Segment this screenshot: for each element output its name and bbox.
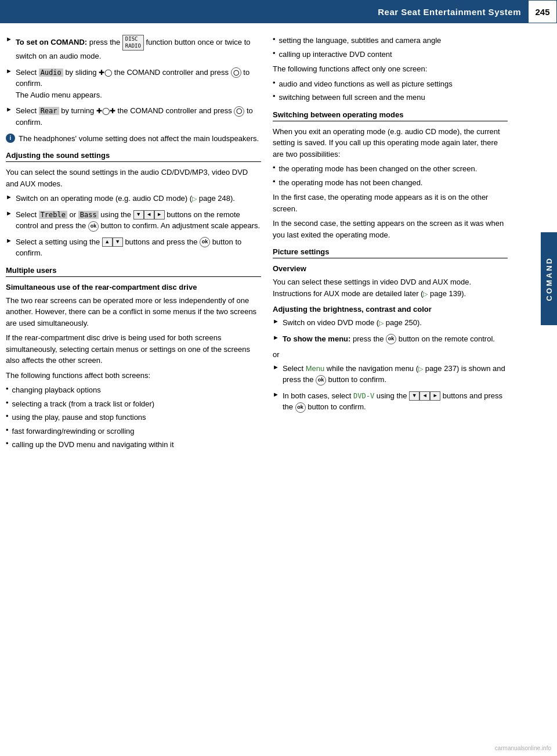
arrow-icon: ► — [6, 193, 12, 200]
left-column: ► To set on COMAND: press the DISCRADIO … — [6, 35, 261, 453]
ref-arrow: ▷ — [423, 290, 428, 297]
bold-label: To show the menu: — [283, 334, 350, 343]
list-item: • audio and video functions as well as p… — [273, 78, 508, 90]
arrow-icon: ► — [6, 237, 12, 244]
ok-button-icon: ok — [295, 402, 306, 413]
list-item: ► Select Rear by turning ✚◯✚ the COMAND … — [6, 105, 261, 128]
list-item: • calling up the DVD menu and navigating… — [6, 439, 261, 451]
switching-para2: In the first case, the operating mode ap… — [273, 192, 508, 214]
arrow-icon: ► — [273, 318, 279, 325]
list-item: ► In both cases, select DVD-V using the … — [273, 390, 508, 413]
comand-side-tab: COMAND — [541, 232, 557, 325]
bullet-dot: • — [273, 163, 276, 172]
item-text: the operating mode has been changed on t… — [279, 163, 508, 175]
section-adjusting-heading: Adjusting the sound settings — [6, 151, 261, 162]
nav-down-btn: ▼ — [409, 391, 419, 401]
bold-label: To set on COMAND: — [16, 38, 87, 46]
bullet-dot: • — [6, 398, 9, 407]
code-rear: Rear — [39, 107, 59, 115]
bullet-dot: • — [273, 49, 276, 57]
arrow-icon: ► — [273, 363, 279, 370]
bullet-dot: • — [6, 439, 9, 448]
code-audio: Audio — [39, 69, 63, 77]
code-bass: Bass — [78, 211, 99, 219]
ok-button-icon: ok — [200, 237, 210, 247]
nav-up-btn: ▲ — [102, 237, 113, 247]
arrow-icon: ► — [273, 391, 279, 398]
page-header: Rear Seat Entertainment System 245 — [0, 0, 557, 23]
list-item: • calling up interactive DVD content — [273, 49, 508, 60]
list-item: ► Switch on video DVD mode (▷ page 250). — [273, 317, 508, 329]
item-text: the operating mode has not been changed. — [279, 177, 508, 189]
watermark-text: carmanualsonline.info — [495, 745, 551, 751]
bullet-dot: • — [273, 78, 276, 87]
side-tab-label: COMAND — [545, 257, 554, 301]
subsection-brightness: Adjusting the brightness, contrast and c… — [273, 305, 508, 314]
or-text: or — [273, 349, 508, 361]
list-item: ► Select a setting using the ▲▼ buttons … — [6, 236, 261, 259]
disc-radio-button: DISCRADIO — [122, 35, 144, 51]
page-number: 245 — [528, 0, 557, 23]
ok-button-icon: ◯ — [234, 106, 244, 117]
item-text: selecting a track (from a track list or … — [12, 398, 261, 410]
multiple-para1: The two rear screens can be operated mor… — [6, 295, 261, 329]
item-content: Select Rear by turning ✚◯✚ the COMAND co… — [16, 105, 261, 128]
item-content: To set on COMAND: press the DISCRADIO fu… — [16, 35, 261, 62]
list-item: ► To show the menu: press the ok button … — [273, 333, 508, 345]
item-text: changing playback options — [12, 384, 261, 396]
arrow-icon: ► — [6, 67, 12, 74]
list-item: ► To set on COMAND: press the DISCRADIO … — [6, 35, 261, 62]
list-item: • selecting a track (from a track list o… — [6, 398, 261, 410]
item-content: Select Menu while the navigation menu (▷… — [283, 363, 508, 386]
one-screen-note: The following functions affect only one … — [273, 63, 508, 75]
item-text: using the play, pause and stop functions — [12, 412, 261, 423]
item-content: Switch on video DVD mode (▷ page 250). — [283, 317, 508, 329]
item-text: calling up the DVD menu and navigating w… — [12, 439, 261, 451]
list-item: • the operating mode has been changed on… — [273, 163, 508, 175]
header-title-area: Rear Seat Entertainment System — [0, 0, 528, 23]
bullet-dot: • — [273, 177, 276, 186]
nav-down-btn: ▼ — [113, 237, 123, 247]
item-text: setting the language, subtitles and came… — [279, 35, 508, 46]
list-item: ► Select Treble or Bass using the ▼◄► bu… — [6, 209, 261, 232]
item-content: To show the menu: press the ok button on… — [283, 333, 508, 345]
nav-down-btn: ▼ — [133, 210, 144, 219]
list-item: ► Switch on an operating mode (e.g. audi… — [6, 193, 261, 204]
list-item: • switching between full screen and the … — [273, 92, 508, 103]
list-item: • setting the language, subtitles and ca… — [273, 35, 508, 46]
arrow-icon: ► — [6, 35, 12, 42]
ref-arrow: ▷ — [379, 319, 384, 326]
ok-button-icon: ok — [88, 221, 99, 232]
ok-button-icon: ok — [386, 334, 396, 344]
list-item: ► Select Audio by sliding ✚◯ the COMAND … — [6, 67, 261, 101]
ok-button-icon: ok — [316, 375, 326, 386]
item-text: fast forwarding/rewinding or scrolling — [12, 426, 261, 437]
multiple-para2: If the rear-compartment disc drive is be… — [6, 332, 261, 366]
item-text: switching between full screen and the me… — [279, 92, 508, 103]
list-item: • fast forwarding/rewinding or scrolling — [6, 426, 261, 437]
bullet-dot: • — [6, 412, 9, 420]
item-content: Select Treble or Bass using the ▼◄► butt… — [16, 209, 261, 232]
nav-right-btn: ► — [154, 210, 165, 219]
subsection-overview: Overview — [273, 264, 508, 273]
code-treble: Treble — [39, 211, 67, 219]
right-column: • setting the language, subtitles and ca… — [273, 35, 528, 453]
item-content: In both cases, select DVD-V using the ▼◄… — [283, 390, 508, 413]
item-content: Switch on an operating mode (e.g. audio … — [16, 193, 261, 204]
page: Rear Seat Entertainment System 245 COMAN… — [0, 0, 557, 756]
page-title: Rear Seat Entertainment System — [378, 7, 521, 17]
item-content: Select Audio by sliding ✚◯ the COMAND co… — [16, 67, 261, 101]
section-switching-heading: Switching between operating modes — [273, 110, 508, 121]
info-icon: i — [6, 134, 15, 143]
ref-arrow: ▷ — [192, 195, 197, 202]
item-text: audio and video functions as well as pic… — [279, 78, 508, 90]
adjusting-intro: You can select the sound settings in the… — [6, 167, 261, 189]
section-multiple-heading: Multiple users — [6, 266, 261, 277]
switching-para3: In the second case, the setting appears … — [273, 218, 508, 240]
dvd-option: DVD-V — [353, 392, 374, 400]
nav-right-btn: ► — [430, 391, 440, 401]
ref-arrow: ▷ — [418, 365, 423, 372]
bullet-dot: • — [6, 426, 9, 434]
item-content: Select a setting using the ▲▼ buttons an… — [16, 236, 261, 259]
info-content: The headphones' volume setting does not … — [19, 133, 261, 145]
